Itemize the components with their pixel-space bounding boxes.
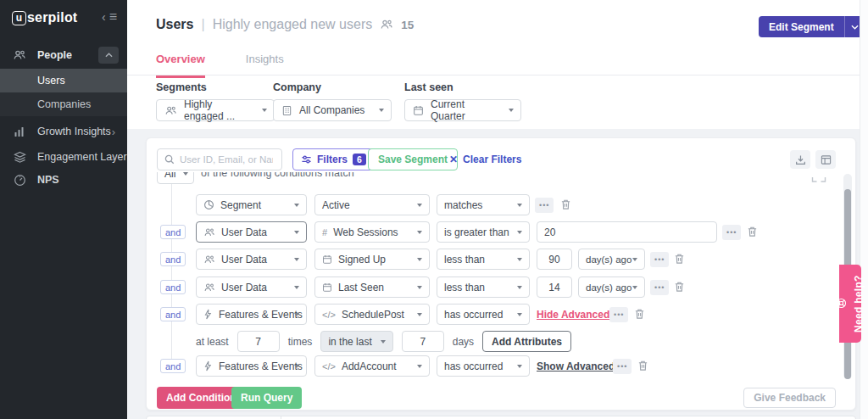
trash-icon bbox=[674, 281, 685, 293]
condition-operator-value: is greater than bbox=[444, 226, 509, 238]
edit-segment-button[interactable]: Edit Segment bbox=[759, 16, 865, 37]
delete-condition-button[interactable] bbox=[674, 281, 685, 293]
save-segment-button[interactable]: Save Segment bbox=[368, 148, 458, 170]
time-window-dropdown[interactable]: in the last bbox=[320, 331, 392, 352]
users-icon bbox=[203, 254, 215, 265]
show-advanced-link[interactable]: Show Advanced bbox=[537, 360, 615, 372]
condition-field-dropdown[interactable]: </> SchedulePost bbox=[314, 304, 430, 325]
condition-field-dropdown[interactable]: Signed Up bbox=[314, 249, 430, 270]
condition-row: and User Data Signed Up less than bbox=[147, 249, 857, 270]
condition-unit-dropdown[interactable]: day(s) ago bbox=[578, 249, 645, 270]
sidebar-item-companies[interactable]: Companies bbox=[0, 92, 127, 116]
expand-icon[interactable] bbox=[811, 174, 826, 183]
sidebar-item-label: People bbox=[37, 49, 72, 61]
segments-dropdown[interactable]: Highly engaged ... bbox=[156, 99, 275, 121]
filters-button[interactable]: Filters 6 bbox=[292, 148, 375, 170]
more-options-button[interactable]: ••• bbox=[722, 225, 741, 240]
sidebar-item-users[interactable]: Users bbox=[0, 69, 127, 92]
condition-operator-dropdown[interactable]: has occurred bbox=[437, 304, 530, 325]
sidebar-item-growth-insights[interactable]: Growth Insights › bbox=[0, 120, 127, 142]
condition-type-dropdown[interactable]: User Data bbox=[196, 277, 307, 298]
condition-type-dropdown[interactable]: Features & Events bbox=[196, 304, 307, 325]
columns-button[interactable] bbox=[815, 150, 836, 169]
condition-value-input[interactable] bbox=[537, 277, 572, 298]
sidebar: userpilot ‹≡ People Users Companies Grow… bbox=[0, 0, 127, 419]
chevron-down-icon bbox=[294, 365, 299, 368]
page-scrollbar[interactable] bbox=[860, 0, 868, 419]
chevron-down-icon bbox=[517, 258, 522, 261]
tab-insights[interactable]: Insights bbox=[246, 53, 284, 78]
filters-count-badge: 6 bbox=[353, 154, 366, 165]
condition-type-dropdown[interactable]: User Data bbox=[196, 249, 307, 270]
bolt-icon bbox=[203, 360, 213, 372]
delete-condition-button[interactable] bbox=[560, 198, 571, 210]
more-options-button[interactable]: ••• bbox=[650, 280, 669, 295]
lifebuoy-icon bbox=[837, 299, 848, 310]
chevron-down-icon bbox=[294, 231, 299, 234]
chevron-down-icon bbox=[294, 204, 299, 207]
more-options-button[interactable]: ••• bbox=[650, 252, 669, 267]
tab-overview[interactable]: Overview bbox=[156, 53, 205, 78]
sidebar-collapse-button[interactable]: ‹≡ bbox=[102, 10, 117, 24]
more-options-button[interactable]: ••• bbox=[613, 359, 632, 374]
add-attributes-button[interactable]: Add Attributes bbox=[482, 331, 571, 352]
delete-condition-button[interactable] bbox=[747, 226, 758, 237]
hide-advanced-link[interactable]: Hide Advanced bbox=[537, 309, 609, 321]
chevron-down-icon bbox=[294, 286, 299, 289]
times-count-input[interactable] bbox=[237, 331, 280, 352]
give-feedback-button[interactable]: Give Feedback bbox=[743, 388, 836, 408]
chevron-down-icon bbox=[632, 258, 637, 261]
condition-operator-dropdown[interactable]: less than bbox=[437, 277, 530, 298]
delete-condition-button[interactable] bbox=[637, 360, 648, 372]
condition-field-value: SchedulePost bbox=[342, 309, 404, 321]
condition-operator-value: less than bbox=[444, 254, 485, 265]
delete-condition-button[interactable] bbox=[634, 308, 645, 320]
condition-operator-dropdown[interactable]: is greater than bbox=[437, 221, 530, 243]
search-input[interactable] bbox=[180, 154, 273, 165]
company-dropdown[interactable]: All Companies bbox=[273, 99, 392, 121]
condition-type-dropdown[interactable]: Segment bbox=[196, 194, 307, 215]
condition-operator-dropdown[interactable]: has occurred bbox=[437, 355, 530, 377]
sidebar-item-engagement-layer[interactable]: Engagement Layer › bbox=[0, 146, 127, 168]
condition-field-dropdown[interactable]: Active bbox=[314, 194, 430, 215]
condition-field-dropdown[interactable]: </> AddAccount bbox=[314, 355, 430, 377]
condition-field-value: Last Seen bbox=[338, 282, 384, 293]
condition-type-dropdown[interactable]: Features & Events bbox=[196, 355, 307, 377]
search-icon bbox=[164, 154, 175, 165]
last-seen-dropdown[interactable]: Current Quarter bbox=[404, 99, 521, 121]
match-selector-dropdown[interactable]: All bbox=[157, 172, 194, 184]
chevron-left-icon: ‹ bbox=[102, 10, 106, 24]
users-icon bbox=[203, 282, 215, 293]
delete-condition-button[interactable] bbox=[674, 253, 685, 265]
condition-type-value: Segment bbox=[220, 199, 261, 211]
sidebar-item-label: Companies bbox=[37, 98, 91, 110]
condition-row: Segment Active matches ••• bbox=[147, 194, 857, 215]
more-options-button[interactable]: ••• bbox=[535, 198, 554, 213]
clear-filters-button[interactable]: ✕ Clear Filters bbox=[449, 154, 521, 165]
condition-unit-dropdown[interactable]: day(s) ago bbox=[578, 277, 645, 298]
menu-icon: ≡ bbox=[109, 10, 117, 24]
condition-connector: and bbox=[160, 307, 186, 321]
condition-value-input[interactable] bbox=[537, 221, 717, 243]
condition-type-dropdown[interactable]: User Data bbox=[196, 221, 307, 243]
condition-field-dropdown[interactable]: Last Seen bbox=[314, 277, 430, 298]
segments-label: Segments bbox=[156, 81, 275, 93]
condition-operator-dropdown[interactable]: matches bbox=[437, 194, 530, 215]
run-query-button[interactable]: Run Query bbox=[231, 387, 302, 409]
hash-icon: # bbox=[322, 227, 327, 237]
download-button[interactable] bbox=[790, 150, 810, 169]
condition-row: and Features & Events </> AddAccount has… bbox=[147, 355, 857, 377]
chevron-down-icon bbox=[262, 109, 267, 112]
condition-operator-dropdown[interactable]: less than bbox=[437, 249, 530, 270]
sidebar-item-nps[interactable]: NPS bbox=[0, 169, 127, 191]
collapse-people-button[interactable] bbox=[98, 47, 119, 64]
more-options-button[interactable]: ••• bbox=[609, 307, 628, 322]
days-count-input[interactable] bbox=[402, 331, 444, 352]
condition-value-input[interactable] bbox=[537, 249, 572, 270]
need-help-tab[interactable]: Need help? bbox=[839, 265, 861, 343]
sidebar-item-people[interactable]: People bbox=[0, 44, 127, 66]
condition-field-dropdown[interactable]: # Web Sessions bbox=[314, 221, 430, 243]
app-window: userpilot ‹≡ People Users Companies Grow… bbox=[0, 0, 868, 419]
sidebar-item-label: Users bbox=[37, 75, 65, 87]
company-filter-group: Company All Companies bbox=[273, 81, 392, 121]
